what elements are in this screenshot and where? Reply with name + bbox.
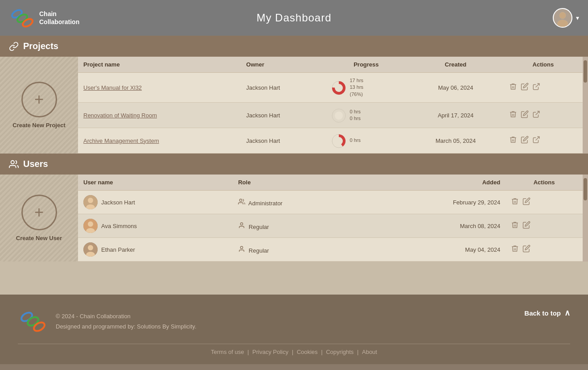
- user-dropdown-arrow[interactable]: ▾: [576, 14, 579, 21]
- open-project-icon[interactable]: [532, 83, 540, 92]
- svg-point-1: [16, 12, 29, 23]
- svg-point-20: [88, 198, 93, 203]
- svg-point-30: [241, 246, 243, 249]
- user-role-cell: Regular: [233, 238, 366, 262]
- svg-point-2: [21, 17, 34, 28]
- create-user-button[interactable]: +: [21, 195, 57, 230]
- svg-point-6: [559, 12, 566, 19]
- sep3: |: [321, 349, 324, 355]
- role-icon: [238, 224, 245, 230]
- users-table-wrapper: User name Role Added Actions Jackson Har…: [78, 175, 583, 262]
- user-actions-cell: [506, 214, 583, 238]
- table-row: User's Manual for Xl32 Jackson Hart 17 h…: [78, 73, 583, 103]
- footer-top: © 2024 - Chain Collaboration Designed an…: [18, 308, 570, 335]
- users-table-header-row: User name Role Added Actions: [78, 175, 583, 191]
- col-user-actions: Actions: [506, 175, 583, 191]
- open-project-icon[interactable]: [532, 136, 540, 146]
- project-progress-cell: 0 hrs: [325, 128, 408, 154]
- project-owner-cell: Jackson Hart: [241, 128, 325, 154]
- table-row: Archive Management System Jackson Hart 0…: [78, 128, 583, 154]
- sep2: |: [292, 349, 295, 355]
- edit-user-icon[interactable]: [522, 221, 530, 231]
- users-title: Users: [23, 159, 48, 169]
- projects-scrollbar[interactable]: [583, 57, 588, 154]
- col-username: User name: [78, 175, 233, 191]
- edit-project-icon[interactable]: [521, 83, 529, 92]
- project-name-link[interactable]: Renovation of Waiting Room: [83, 112, 157, 119]
- table-row: Ava Simmons Regular March 08, 2024: [78, 214, 583, 238]
- edit-user-icon[interactable]: [522, 245, 530, 254]
- project-owner-cell: Jackson Hart: [241, 103, 325, 128]
- header: Chain Collaboration My Dashboard ▾: [0, 0, 588, 36]
- delete-user-icon[interactable]: [511, 245, 519, 254]
- delete-project-icon[interactable]: [509, 83, 517, 92]
- col-added: Added: [366, 175, 506, 191]
- project-name-cell: Renovation of Waiting Room: [78, 103, 241, 128]
- copyrights-link[interactable]: Copyrights: [326, 349, 354, 355]
- project-created-cell: May 06, 2024: [407, 73, 504, 103]
- svg-point-26: [241, 223, 243, 225]
- delete-project-icon[interactable]: [509, 136, 517, 146]
- create-project-button[interactable]: +: [21, 82, 57, 117]
- project-created-cell: April 17, 2024: [407, 103, 504, 128]
- project-actions-cell: [504, 128, 583, 154]
- projects-table: Project name Owner Progress Created Acti…: [78, 57, 583, 154]
- footer-designed-by: Designed and programmed by: Solutions By…: [56, 321, 197, 332]
- avatar[interactable]: [553, 8, 572, 28]
- delete-project-icon[interactable]: [509, 110, 517, 120]
- user-added-cell: March 08, 2024: [366, 214, 506, 238]
- user-role-cell: Administrator: [233, 191, 366, 214]
- edit-user-icon[interactable]: [522, 197, 530, 207]
- user-area: ▾: [553, 8, 579, 28]
- delete-user-icon[interactable]: [511, 221, 519, 231]
- user-actions-cell: [506, 238, 583, 262]
- svg-point-31: [20, 311, 34, 323]
- project-name-link[interactable]: User's Manual for Xl32: [83, 84, 142, 91]
- logo-text: Chain Collaboration: [39, 10, 79, 26]
- project-progress-cell: 17 hrs13 hrs(76%): [325, 73, 408, 103]
- col-actions: Actions: [504, 57, 583, 73]
- project-name-cell: User's Manual for Xl32: [78, 73, 241, 103]
- about-link[interactable]: About: [362, 349, 377, 355]
- col-owner: Owner: [241, 57, 325, 73]
- back-to-top-button[interactable]: Back to top ∧: [524, 308, 570, 318]
- svg-point-32: [26, 316, 40, 328]
- page-title: My Dashboard: [256, 12, 331, 24]
- back-to-top-arrow-icon: ∧: [564, 308, 570, 318]
- project-name-cell: Archive Management System: [78, 128, 241, 154]
- open-project-icon[interactable]: [532, 110, 540, 120]
- users-scrollbar[interactable]: [583, 175, 588, 262]
- projects-content: + Create New Project Project name Owner …: [0, 57, 588, 154]
- users-content: + Create New User User name Role Added A…: [0, 175, 588, 262]
- privacy-link[interactable]: Privacy Policy: [252, 349, 288, 355]
- user-name-cell: Jackson Hart: [78, 191, 233, 214]
- main-content: Projects + Create New Project Project na…: [0, 36, 588, 295]
- back-to-top-label: Back to top: [524, 309, 561, 317]
- terms-link[interactable]: Terms of use: [211, 349, 244, 355]
- user-name: Ava Simmons: [101, 223, 137, 229]
- edit-project-icon[interactable]: [521, 136, 529, 146]
- footer-info: © 2024 - Chain Collaboration Designed an…: [56, 311, 197, 332]
- delete-user-icon[interactable]: [511, 197, 519, 207]
- logo-icon: [9, 6, 36, 30]
- create-user-panel: + Create New User: [0, 175, 78, 262]
- projects-tbody: User's Manual for Xl32 Jackson Hart 17 h…: [78, 73, 583, 154]
- user-name-cell: Ethan Parker: [78, 238, 233, 262]
- project-created-cell: March 05, 2024: [407, 128, 504, 154]
- svg-line-10: [535, 83, 539, 87]
- edit-project-icon[interactable]: [521, 110, 529, 120]
- projects-section: Projects + Create New Project Project na…: [0, 36, 588, 154]
- project-name-link[interactable]: Archive Management System: [83, 137, 159, 144]
- user-actions-cell: [506, 191, 583, 214]
- svg-point-13: [335, 112, 343, 120]
- project-owner-cell: Jackson Hart: [241, 73, 325, 103]
- project-actions-cell: [504, 73, 583, 103]
- sep4: |: [357, 349, 360, 355]
- cookies-link[interactable]: Cookies: [297, 349, 318, 355]
- project-actions-cell: [504, 103, 583, 128]
- progress-chart: [330, 107, 346, 123]
- user-name: Ethan Parker: [101, 246, 135, 253]
- link-icon: [9, 42, 19, 51]
- table-row: Ethan Parker Regular May 04, 2024: [78, 238, 583, 262]
- progress-chart: [330, 133, 346, 149]
